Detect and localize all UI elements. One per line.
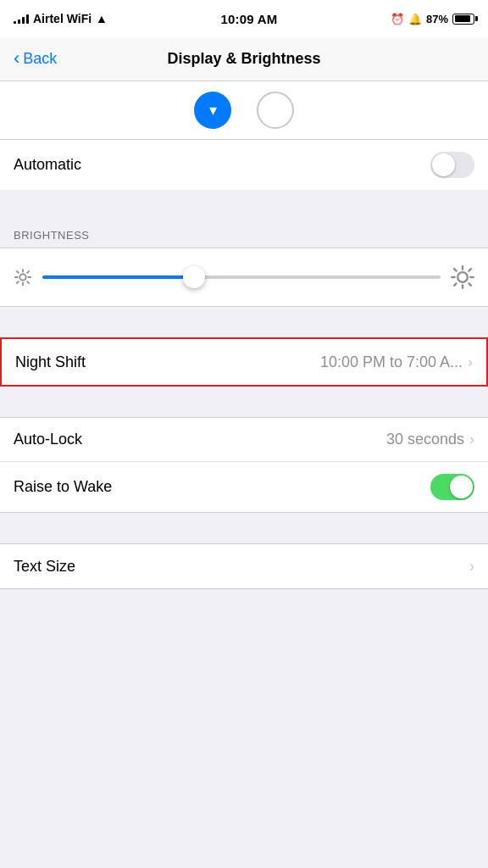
night-shift-value-row: 10:00 PM to 7:00 A... › bbox=[320, 353, 473, 371]
wifi-icon: ▲ bbox=[96, 12, 108, 25]
section-gap-3 bbox=[0, 387, 488, 417]
carrier-label: Airtel WiFi bbox=[33, 12, 92, 25]
automatic-section: Automatic bbox=[0, 140, 488, 190]
light-mode-button[interactable] bbox=[194, 92, 231, 129]
auto-lock-label: Auto-Lock bbox=[14, 431, 82, 448]
brightness-slider-section bbox=[0, 248, 488, 307]
automatic-toggle[interactable] bbox=[430, 152, 474, 178]
automatic-row: Automatic bbox=[0, 140, 488, 190]
auto-lock-row[interactable]: Auto-Lock 30 seconds › bbox=[0, 418, 488, 462]
page-title: Display & Brightness bbox=[167, 50, 320, 68]
settings-content: Automatic BRIGHTNESS bbox=[0, 81, 488, 589]
battery-percent: 87% bbox=[426, 13, 448, 25]
svg-line-14 bbox=[454, 269, 456, 270]
auto-lock-section: Auto-Lock 30 seconds › Raise to Wake bbox=[0, 417, 488, 513]
text-size-row[interactable]: Text Size › bbox=[0, 544, 488, 588]
night-shift-chevron-icon: › bbox=[468, 353, 473, 371]
night-shift-label: Night Shift bbox=[15, 353, 86, 371]
svg-line-7 bbox=[17, 281, 19, 283]
brightness-max-icon bbox=[451, 265, 474, 289]
auto-lock-value: 30 seconds bbox=[386, 431, 464, 448]
raise-to-wake-label: Raise to Wake bbox=[14, 478, 112, 496]
back-button[interactable]: ‹ Back bbox=[14, 50, 57, 68]
status-bar: Airtel WiFi ▲ 10:09 AM ⏰ 🔔 87% bbox=[0, 0, 488, 37]
status-time: 10:09 AM bbox=[221, 12, 278, 26]
battery-icon bbox=[452, 14, 474, 25]
brightness-slider-thumb[interactable] bbox=[183, 266, 205, 288]
display-mode-selector bbox=[0, 81, 488, 140]
brightness-slider[interactable] bbox=[42, 275, 441, 279]
brightness-label: BRIGHTNESS bbox=[14, 229, 90, 242]
brightness-slider-row bbox=[14, 265, 474, 289]
back-chevron-icon: ‹ bbox=[14, 49, 19, 68]
raise-to-wake-row: Raise to Wake bbox=[0, 462, 488, 512]
svg-line-8 bbox=[27, 271, 29, 273]
auto-lock-chevron-icon: › bbox=[469, 431, 474, 448]
auto-lock-value-row: 30 seconds › bbox=[386, 431, 474, 448]
svg-line-17 bbox=[469, 269, 470, 270]
svg-line-15 bbox=[469, 283, 470, 285]
alarm-icon: ⏰ bbox=[391, 13, 404, 25]
svg-line-6 bbox=[27, 281, 29, 283]
brightness-section-header: BRIGHTNESS bbox=[0, 220, 488, 248]
text-size-chevron-icon: › bbox=[469, 558, 474, 576]
section-gap-2 bbox=[0, 307, 488, 337]
brightness-min-icon bbox=[14, 268, 32, 287]
signal-bars-icon bbox=[14, 14, 29, 24]
night-shift-row[interactable]: Night Shift 10:00 PM to 7:00 A... › bbox=[0, 337, 488, 387]
svg-line-16 bbox=[454, 283, 456, 285]
svg-point-9 bbox=[458, 272, 468, 282]
section-gap-1 bbox=[0, 190, 488, 220]
section-gap-4 bbox=[0, 513, 488, 543]
status-left: Airtel WiFi ▲ bbox=[14, 12, 108, 25]
automatic-label: Automatic bbox=[14, 156, 81, 174]
dark-mode-button[interactable] bbox=[257, 92, 294, 129]
text-size-section: Text Size › bbox=[0, 543, 488, 589]
bell-icon: 🔔 bbox=[408, 13, 422, 25]
raise-to-wake-toggle[interactable] bbox=[430, 474, 474, 500]
svg-point-0 bbox=[19, 274, 25, 280]
text-size-value-row: › bbox=[469, 558, 474, 576]
brightness-slider-fill bbox=[42, 275, 194, 279]
text-size-label: Text Size bbox=[14, 558, 75, 576]
svg-line-5 bbox=[17, 271, 19, 273]
nav-bar: ‹ Back Display & Brightness bbox=[0, 37, 488, 81]
status-right: ⏰ 🔔 87% bbox=[391, 13, 474, 25]
night-shift-value: 10:00 PM to 7:00 A... bbox=[320, 353, 463, 371]
back-label: Back bbox=[23, 50, 57, 68]
